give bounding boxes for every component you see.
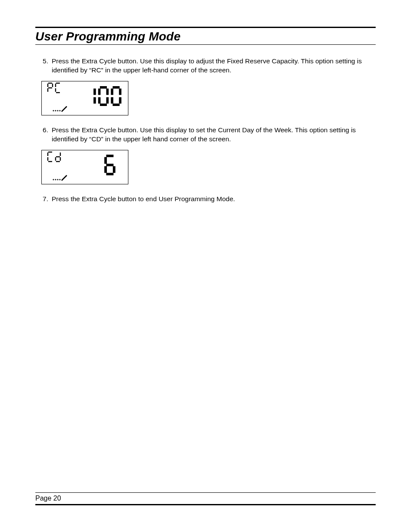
svg-point-19 <box>53 179 54 180</box>
step-6: 6. Press the Extra Cycle button. Use thi… <box>35 126 376 144</box>
manual-page: User Programming Mode 5. Press the Extra… <box>0 0 411 532</box>
step-text: Press the Extra Cycle button to end User… <box>52 195 376 204</box>
lcd-value-icon <box>103 155 117 175</box>
step-5: 5. Press the Extra Cycle button. Use thi… <box>35 57 376 75</box>
lcd-indicator-icon <box>52 174 69 181</box>
lcd-value-icon <box>85 86 122 106</box>
svg-point-22 <box>59 179 60 180</box>
page-number: Page 20 <box>35 495 376 502</box>
lcd-indicator-icon <box>52 106 69 112</box>
svg-point-16 <box>57 110 58 111</box>
svg-point-17 <box>59 110 60 111</box>
svg-point-21 <box>57 179 58 180</box>
lcd-display-cd: CD 6 <box>41 150 128 184</box>
step-number: 5. <box>35 57 52 75</box>
step-7: 7. Press the Extra Cycle button to end U… <box>35 195 376 204</box>
header-rule-top <box>35 27 376 28</box>
step-number: 7. <box>35 195 52 204</box>
footer-rule-bottom <box>35 504 376 505</box>
content-area: 5. Press the Extra Cycle button. Use thi… <box>35 57 376 204</box>
svg-line-18 <box>62 106 67 112</box>
lcd-display-rc: RC 100 <box>41 81 128 115</box>
svg-point-15 <box>55 110 56 111</box>
page-footer: Page 20 <box>35 492 376 506</box>
svg-point-20 <box>55 179 56 180</box>
svg-point-14 <box>53 110 54 111</box>
header-rule-bottom <box>35 44 376 45</box>
svg-line-23 <box>62 175 67 180</box>
step-text: Press the Extra Cycle button. Use this d… <box>52 57 376 75</box>
step-text: Press the Extra Cycle button. Use this d… <box>52 126 376 144</box>
lcd-label-icon <box>47 82 62 93</box>
section-title: User Programming Mode <box>35 30 376 44</box>
footer-rule-top <box>35 492 376 493</box>
lcd-label-icon <box>47 151 62 162</box>
step-number: 6. <box>35 126 52 144</box>
